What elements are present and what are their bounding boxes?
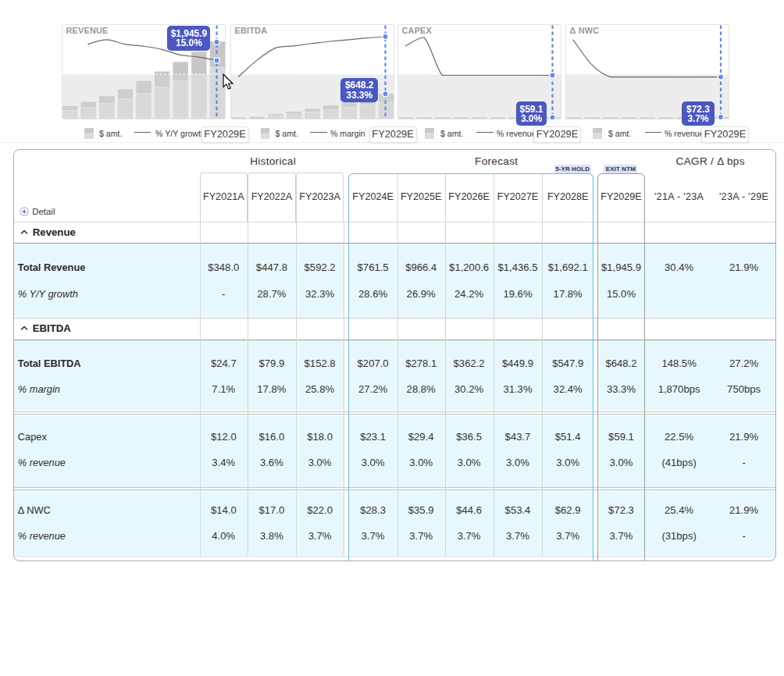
- svg-text:CAPEX: CAPEX: [402, 26, 433, 35]
- svg-text:REVENUE: REVENUE: [66, 26, 109, 35]
- svg-text:EBITDA: EBITDA: [234, 26, 267, 35]
- svg-text:Δ NWC: Δ NWC: [570, 26, 600, 35]
